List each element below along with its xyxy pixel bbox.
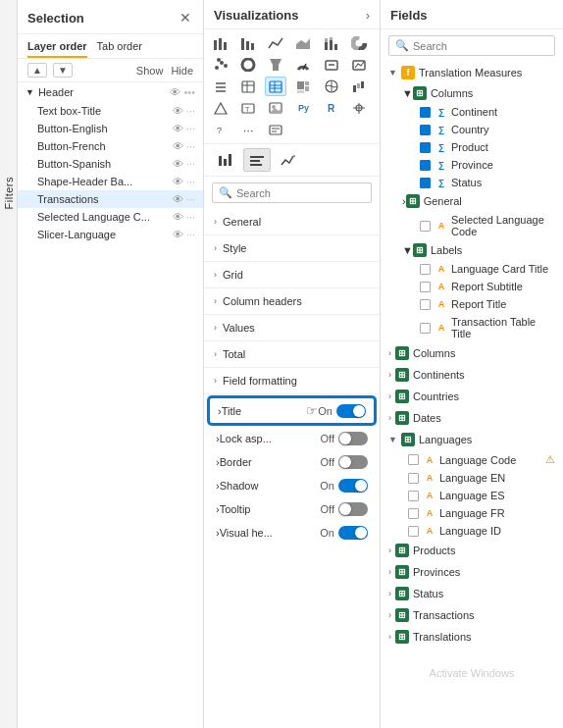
format-section-header[interactable]: › Field formatting [204,368,380,393]
viz-icon-textbox[interactable]: T [237,98,259,118]
tree-subgroup-labels[interactable]: ▼ ⊞ Labels [381,240,563,260]
tree-subgroup-general[interactable]: › ⊞ General [381,191,563,211]
tree-subgroup-columns[interactable]: ▼ ⊞ Columns [381,83,563,103]
viz-icon-slicer[interactable] [210,77,231,96]
tree-item-product[interactable]: ∑ Product [381,138,563,156]
visibility-icon[interactable]: 👁 [170,86,180,98]
toggle-track[interactable] [338,432,368,445]
tree-group-translations[interactable]: › ⊞ Translations [381,626,563,648]
layer-item[interactable]: Shape-Header Ba... 👁 ··· [18,173,203,190]
visibility-icon[interactable]: 👁 [173,176,183,187]
visibility-icon[interactable]: 👁 [173,158,183,170]
tab-tab-order[interactable]: Tab order [97,40,142,58]
checkbox-country[interactable] [420,125,431,135]
visibility-icon[interactable]: 👁 [173,229,183,240]
tree-item-continent[interactable]: ∑ Continent [381,103,563,121]
checkbox-lang-es[interactable] [408,491,419,501]
viz-icon-decomp[interactable] [348,98,370,118]
layer-item[interactable]: Slicer-Language 👁 ··· [18,226,203,243]
checkbox-lang-fr[interactable] [408,508,419,519]
viz-expand-icon[interactable]: › [366,8,370,23]
tree-item-selected-lang-code[interactable]: A Selected Language Code [381,211,563,240]
tree-group-dates[interactable]: › ⊞ Dates [381,407,563,429]
viz-icon-narrative[interactable] [265,120,286,139]
visual-he-toggle[interactable] [338,526,368,540]
viz-icon-map[interactable] [321,77,342,96]
tree-item-lang-es[interactable]: A Language ES [381,487,563,504]
format-section-header[interactable]: › Style [204,235,380,261]
viz-icon-card[interactable] [321,55,342,75]
viz-tab-analytics[interactable] [275,148,302,172]
more-icon[interactable]: ··· [186,158,195,170]
tree-item-report-subtitle[interactable]: A Report Subtitle [381,278,563,295]
viz-icon-image[interactable] [265,98,286,118]
layer-item[interactable]: Selected Language C... 👁 ··· [18,208,203,226]
tree-group-columns[interactable]: › ⊞ Columns [381,342,563,364]
tree-group-transactions[interactable]: › ⊞ Transactions [381,604,563,626]
more-icon[interactable]: ··· [186,123,195,134]
layer-item[interactable]: Button-French 👁 ··· [18,137,203,155]
tree-group-status[interactable]: › ⊞ Status [381,583,563,604]
format-section-header[interactable]: › Total [204,341,380,367]
title-toggle[interactable] [336,404,366,418]
tree-item-lang-en[interactable]: A Language EN [381,469,563,487]
tree-item-country[interactable]: ∑ Country [381,121,563,138]
visibility-icon[interactable]: 👁 [173,211,183,223]
toggle-track[interactable] [338,502,368,516]
more-icon[interactable]: ··· [186,229,195,240]
tree-item-lang-code[interactable]: A Language Code ⚠ [381,450,563,469]
checkbox-report-title[interactable] [420,299,431,310]
viz-search-input[interactable] [236,187,372,199]
layer-group-header[interactable]: ▼ Header 👁 ••• [18,82,203,102]
move-up-button[interactable]: ▲ [27,63,47,78]
more-icon[interactable]: ··· [186,105,195,117]
format-section-header[interactable]: › General [204,209,380,234]
checkbox-product[interactable] [420,142,431,153]
more-icon[interactable]: ··· [186,176,195,187]
tree-item-province[interactable]: ∑ Province [381,156,563,174]
filters-tab[interactable]: Filters [0,0,18,728]
checkbox-transaction-title[interactable] [420,323,431,334]
viz-icon-stacked-bar[interactable] [321,33,342,53]
border-toggle[interactable] [338,455,368,469]
viz-icon-scatter[interactable] [210,55,231,75]
format-section-header[interactable]: › Values [204,315,380,340]
viz-icon-waterfall[interactable] [348,77,370,96]
viz-icon-r[interactable]: R [321,98,342,118]
layer-item-transactions[interactable]: Transactions 👁 ··· [18,190,203,208]
more-icon[interactable]: ••• [183,86,195,98]
checkbox-status[interactable] [420,178,431,188]
visibility-icon[interactable]: 👁 [173,140,183,152]
tree-group-continents[interactable]: › ⊞ Continents [381,364,563,386]
toggle-track[interactable] [336,404,366,418]
viz-tab-format[interactable] [243,148,271,172]
layer-item[interactable]: Text box-Title 👁 ··· [18,102,203,120]
toggle-track[interactable] [338,455,368,469]
tree-item-status[interactable]: ∑ Status [381,174,563,191]
checkbox-selected-lang[interactable] [420,221,431,232]
fields-search-input[interactable] [413,40,548,52]
tooltip-toggle[interactable] [338,502,368,516]
visibility-icon[interactable]: 👁 [173,193,183,205]
layer-item[interactable]: Button-Spanish 👁 ··· [18,155,203,173]
viz-icon-table[interactable] [237,77,259,96]
tree-group-languages[interactable]: ▼ ⊞ Languages [381,429,563,450]
viz-tab-chart[interactable] [212,148,239,172]
tree-item-lang-fr[interactable]: A Language FR [381,504,563,522]
viz-icon-more[interactable]: ··· [237,120,259,139]
checkbox-province[interactable] [420,160,431,171]
more-icon[interactable]: ··· [186,140,195,152]
tree-item-lang-id[interactable]: A Language ID [381,522,563,540]
visibility-icon[interactable]: 👁 [173,105,183,117]
lock-toggle[interactable] [338,432,368,445]
viz-icon-matrix[interactable] [265,77,286,96]
more-icon[interactable]: ··· [186,193,195,205]
tree-group-products[interactable]: › ⊞ Products [381,540,563,561]
checkbox-lang-id[interactable] [408,526,419,537]
checkbox-lang-card[interactable] [420,264,431,275]
close-button[interactable]: ✕ [178,8,193,27]
viz-icon-python[interactable]: Py [292,98,314,118]
hide-button[interactable]: Hide [171,65,193,77]
more-icon[interactable]: ··· [186,211,195,223]
format-row-title[interactable]: › Title ☞ On [208,396,376,425]
